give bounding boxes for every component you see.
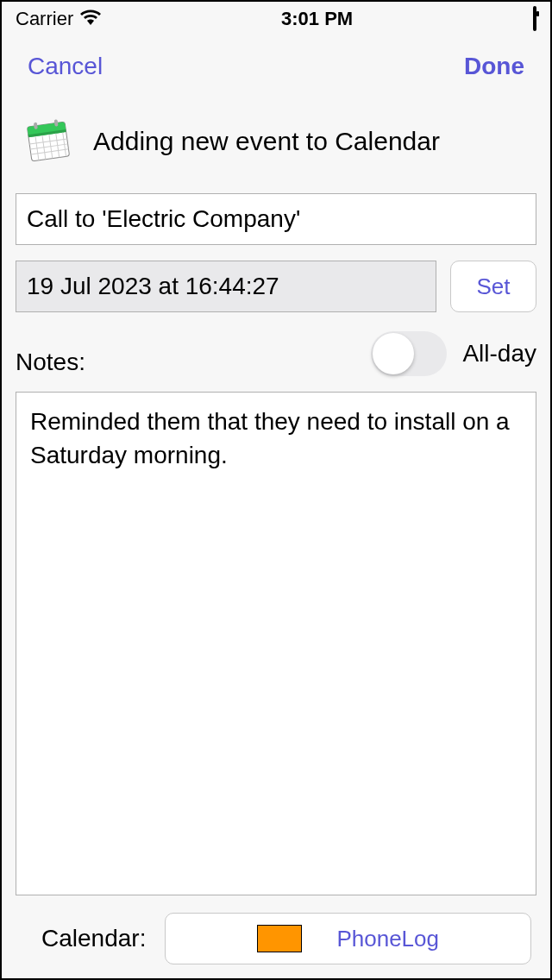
notes-label: Notes: (16, 349, 85, 376)
status-time: 3:01 PM (281, 8, 353, 30)
cancel-button[interactable]: Cancel (28, 53, 103, 80)
notes-textarea[interactable] (16, 392, 536, 895)
allday-notes-row: Notes: All-day (16, 328, 536, 376)
battery-icon (533, 8, 536, 30)
calendar-label: Calendar: (41, 925, 146, 952)
allday-group: All-day (371, 331, 536, 376)
status-bar: Carrier 3:01 PM (2, 2, 550, 36)
nav-bar: Cancel Done (2, 36, 550, 97)
heading-row: Adding new event to Calendar (16, 97, 536, 193)
status-right (533, 8, 536, 30)
calendar-row: Calendar: PhoneLog (16, 895, 536, 964)
calendar-select[interactable]: PhoneLog (165, 913, 531, 964)
event-date-field[interactable]: 19 Jul 2023 at 16:44:27 (16, 261, 436, 312)
page-title: Adding new event to Calendar (93, 127, 440, 156)
calendar-color-swatch (257, 925, 302, 952)
date-row: 19 Jul 2023 at 16:44:27 Set (16, 261, 536, 312)
status-left: Carrier (16, 8, 101, 30)
calendar-name: PhoneLog (336, 926, 439, 952)
carrier-label: Carrier (16, 8, 73, 30)
calendar-icon (24, 117, 72, 166)
wifi-icon (80, 8, 101, 30)
done-button[interactable]: Done (464, 53, 524, 80)
allday-toggle[interactable] (371, 331, 447, 376)
event-title-input[interactable] (16, 193, 536, 245)
allday-label: All-day (462, 340, 536, 368)
set-date-button[interactable]: Set (450, 261, 536, 312)
